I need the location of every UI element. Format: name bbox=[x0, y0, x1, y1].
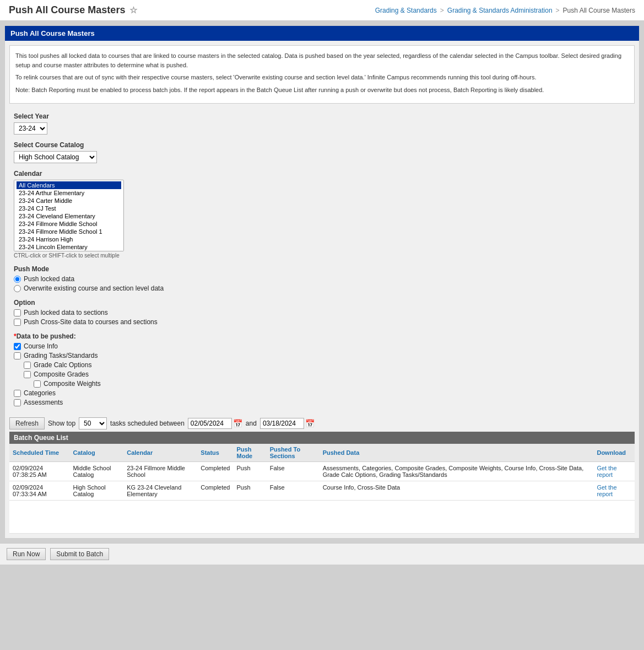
page-title-text: Push All Course Masters bbox=[9, 4, 125, 16]
breadcrumb: Grading & Standards > Grading & Standard… bbox=[375, 7, 635, 14]
page-title-bar: Push All Course Masters bbox=[5, 26, 639, 41]
refresh-button[interactable]: Refresh bbox=[9, 417, 45, 429]
data-pushed-group: *Data to be pushed: Course Info Grading … bbox=[14, 332, 630, 406]
date-to-wrap: 📅 bbox=[260, 418, 315, 429]
push-mode-group: Push Mode Push locked data Overwrite exi… bbox=[14, 265, 630, 292]
calendar-to-icon[interactable]: 📅 bbox=[305, 419, 315, 428]
categories-checkbox[interactable] bbox=[14, 390, 21, 397]
run-now-button[interactable]: Run Now bbox=[7, 548, 46, 560]
option-item-1: Push locked data to sections bbox=[14, 309, 630, 316]
date-from-wrap: 📅 bbox=[188, 418, 242, 429]
composite-weights-checkbox[interactable] bbox=[34, 380, 41, 388]
data-pushed-checkboxes: Course Info Grading Tasks/Standards Grad… bbox=[14, 342, 630, 406]
tasks-text: tasks scheduled between bbox=[110, 420, 185, 427]
col-pushed-data[interactable]: Pushed Data bbox=[320, 444, 594, 462]
push-locked-label: Push locked data bbox=[24, 275, 74, 283]
top-header: Push All Course Masters ☆ Grading & Stan… bbox=[0, 0, 644, 21]
composite-grades-label: Composite Grades bbox=[34, 370, 89, 378]
desc-para-1: This tool pushes all locked data to cour… bbox=[15, 51, 629, 69]
row1-download: Get the report bbox=[593, 462, 635, 481]
push-mode-option-1: Push locked data bbox=[14, 275, 630, 283]
date-from-input[interactable] bbox=[188, 418, 232, 429]
page-header-title: Push All Course Masters ☆ bbox=[9, 4, 137, 16]
col-download[interactable]: Download bbox=[593, 444, 635, 462]
show-top-select[interactable]: 25 50 100 200 bbox=[79, 417, 107, 429]
page-content: Push All Course Masters This tool pushes… bbox=[4, 25, 640, 539]
calendar-hint: CTRL-click or SHIFT-click to select mult… bbox=[14, 253, 630, 259]
col-catalog[interactable]: Catalog bbox=[69, 444, 123, 462]
calendar-from-icon[interactable]: 📅 bbox=[233, 419, 242, 428]
row2-scheduled-time: 02/09/2024 07:33:34 AM bbox=[9, 481, 69, 501]
grade-calc-item: Grade Calc Options bbox=[24, 361, 630, 369]
push-locked-sections-checkbox[interactable] bbox=[14, 309, 21, 316]
push-locked-radio[interactable] bbox=[14, 276, 21, 283]
refresh-bar: Refresh Show top 25 50 100 200 tasks sch… bbox=[9, 417, 635, 429]
assessments-item: Assessments bbox=[14, 399, 630, 406]
row2-push-mode: Push bbox=[234, 481, 267, 501]
select-catalog-dropdown[interactable]: High School Catalog Middle School Catalo… bbox=[14, 151, 97, 163]
option-checkboxes: Push locked data to sections Push Cross-… bbox=[14, 309, 630, 326]
push-mode-options: Push locked data Overwrite existing cour… bbox=[14, 275, 630, 292]
table-header-row: Scheduled Time Catalog Calendar Status P… bbox=[9, 444, 635, 462]
option-group: Option Push locked data to sections Push… bbox=[14, 299, 630, 326]
favorite-icon[interactable]: ☆ bbox=[129, 5, 137, 15]
date-to-input[interactable] bbox=[260, 418, 304, 429]
row1-status: Completed bbox=[197, 462, 233, 481]
composite-weights-item: Composite Weights bbox=[34, 380, 630, 388]
select-catalog-group: Select Course Catalog High School Catalo… bbox=[14, 141, 630, 163]
breadcrumb-grading-standards[interactable]: Grading & Standards bbox=[375, 7, 437, 14]
breadcrumb-gs-admin[interactable]: Grading & Standards Administration bbox=[447, 7, 553, 14]
breadcrumb-sep-2: > bbox=[556, 7, 560, 14]
col-push-mode[interactable]: Push Mode bbox=[234, 444, 267, 462]
col-scheduled-time[interactable]: Scheduled Time bbox=[9, 444, 69, 462]
required-asterisk: * bbox=[14, 332, 17, 340]
grade-calc-checkbox[interactable] bbox=[24, 362, 31, 369]
submit-to-batch-button[interactable]: Submit to Batch bbox=[50, 548, 109, 560]
row1-download-link[interactable]: Get the report bbox=[597, 465, 616, 478]
select-year-dropdown[interactable]: 23-24 22-23 24-25 bbox=[14, 122, 47, 135]
assessments-label: Assessments bbox=[24, 399, 63, 406]
composite-grades-item: Composite Grades bbox=[24, 370, 630, 378]
action-bar: Run Now Submit to Batch bbox=[0, 543, 644, 565]
col-calendar[interactable]: Calendar bbox=[123, 444, 197, 462]
row2-status: Completed bbox=[197, 481, 233, 501]
push-locked-sections-label: Push locked data to sections bbox=[24, 309, 108, 316]
page-title-bar-text: Push All Course Masters bbox=[10, 29, 95, 37]
row2-download-link[interactable]: Get the report bbox=[597, 484, 616, 497]
batch-queue-table: Scheduled Time Catalog Calendar Status P… bbox=[9, 444, 635, 534]
row1-catalog: Middle School Catalog bbox=[69, 462, 123, 481]
select-year-label: Select Year bbox=[14, 112, 630, 120]
course-info-checkbox[interactable] bbox=[14, 343, 21, 350]
desc-para-2: To relink courses that are out of sync w… bbox=[15, 73, 629, 82]
composite-grades-checkbox[interactable] bbox=[24, 371, 31, 378]
course-info-label: Course Info bbox=[24, 342, 58, 350]
row1-calendar: 23-24 Fillmore Middle School bbox=[123, 462, 197, 481]
grading-tasks-checkbox[interactable] bbox=[14, 352, 21, 359]
batch-queue-section: Refresh Show top 25 50 100 200 tasks sch… bbox=[9, 417, 635, 534]
option-label: Option bbox=[14, 299, 630, 307]
breadcrumb-current: Push All Course Masters bbox=[563, 7, 635, 14]
push-cross-site-checkbox[interactable] bbox=[14, 319, 21, 326]
batch-queue-title: Batch Queue List bbox=[9, 432, 635, 444]
overwrite-label: Overwrite existing course and section le… bbox=[24, 284, 164, 292]
calendar-listbox[interactable]: All Calendars 23-24 Arthur Elementary 23… bbox=[14, 180, 124, 251]
and-text: and bbox=[246, 420, 257, 427]
row1-push-mode: Push bbox=[234, 462, 267, 481]
col-status[interactable]: Status bbox=[197, 444, 233, 462]
composite-weights-label: Composite Weights bbox=[44, 380, 101, 388]
row1-pushed-sections: False bbox=[267, 462, 320, 481]
show-top-text: Show top bbox=[48, 420, 75, 427]
select-catalog-label: Select Course Catalog bbox=[14, 141, 630, 149]
assessments-checkbox[interactable] bbox=[14, 399, 21, 406]
course-info-item: Course Info bbox=[14, 342, 630, 350]
table-row: 02/09/2024 07:38:25 AM Middle School Cat… bbox=[9, 462, 635, 481]
row2-pushed-sections: False bbox=[267, 481, 320, 501]
push-cross-site-label: Push Cross-Site data to courses and sect… bbox=[24, 318, 158, 326]
empty-row bbox=[9, 501, 635, 534]
col-pushed-sections[interactable]: Pushed To Sections bbox=[267, 444, 320, 462]
row2-pushed-data: Course Info, Cross-Site Data bbox=[320, 481, 594, 501]
option-item-2: Push Cross-Site data to courses and sect… bbox=[14, 318, 630, 326]
data-pushed-label: Data to be pushed: bbox=[17, 332, 76, 340]
overwrite-radio[interactable] bbox=[14, 285, 21, 292]
push-mode-option-2: Overwrite existing course and section le… bbox=[14, 284, 630, 292]
